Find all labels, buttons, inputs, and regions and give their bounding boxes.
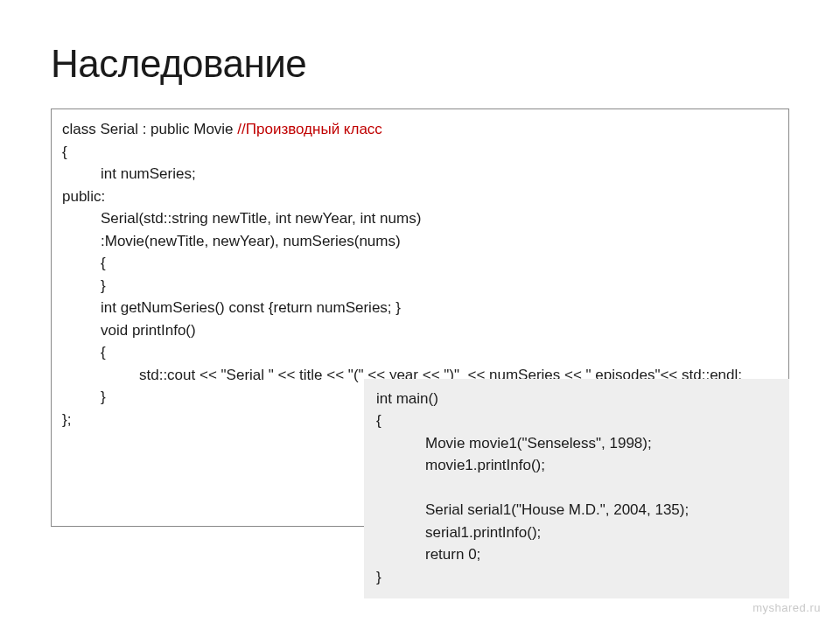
code-line: { bbox=[62, 341, 778, 364]
code-line: Movie movie1("Senseless", 1998); bbox=[376, 432, 777, 455]
code-line: } bbox=[376, 566, 777, 589]
code-line: { bbox=[62, 141, 778, 164]
code-text: class Serial : public Movie bbox=[62, 121, 237, 137]
slide: Наследование class Serial : public Movie… bbox=[0, 0, 840, 630]
code-line: int main() bbox=[376, 388, 777, 410]
code-line: public: bbox=[62, 186, 778, 208]
code-line: Serial serial1("House M.D.", 2004, 135); bbox=[376, 499, 777, 522]
code-line: :Movie(newTitle, newYear), numSeries(num… bbox=[62, 230, 778, 253]
code-line: { bbox=[376, 410, 777, 432]
code-line: int getNumSeries() const {return numSeri… bbox=[62, 297, 778, 319]
code-line: int numSeries; bbox=[62, 163, 778, 186]
slide-title: Наследование bbox=[51, 42, 789, 86]
code-line bbox=[376, 477, 777, 500]
code-line: void printInfo() bbox=[62, 319, 778, 342]
code-line: movie1.printInfo(); bbox=[376, 454, 777, 477]
code-line: { bbox=[62, 252, 778, 275]
code-line: return 0; bbox=[376, 543, 777, 566]
code-line: } bbox=[62, 275, 778, 298]
code-block-inset: int main() { Movie movie1("Senseless", 1… bbox=[364, 379, 789, 599]
code-line: class Serial : public Movie //Производны… bbox=[62, 118, 778, 141]
watermark: myshared.ru bbox=[752, 601, 821, 614]
code-comment: //Производный класс bbox=[237, 121, 382, 137]
code-line: serial1.printInfo(); bbox=[376, 522, 777, 544]
code-line: Serial(std::string newTitle, int newYear… bbox=[62, 207, 778, 230]
